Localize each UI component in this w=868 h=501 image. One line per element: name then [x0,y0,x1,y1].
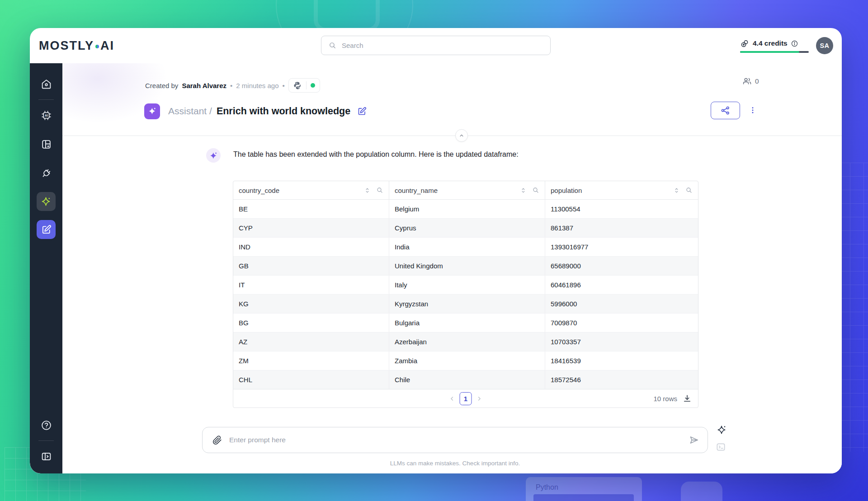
compose-edit-icon [357,107,367,116]
title-row: Assistant / Enrich with world knowledge [144,103,367,119]
column-search-icon[interactable] [685,187,693,194]
author-name: Sarah Alvarez [182,82,226,89]
table-cell: Belgium [389,200,545,218]
global-search [321,36,551,55]
table-cell: Zambia [389,351,545,370]
sidebar-item-home[interactable] [37,75,56,93]
table-footer: 1 10 rows [233,389,698,407]
coins-icon [740,39,750,48]
sidebar-item-datasets[interactable] [37,135,56,153]
next-page-button[interactable] [475,394,484,403]
search-icon [329,42,336,49]
plug-icon [41,168,52,179]
table-cell: 18416539 [545,351,698,370]
pill-divider [306,81,307,89]
header-divider [62,136,842,136]
llm-disclaimer: LLMs can make mistakes. Check important … [202,460,708,467]
table-cell: Azerbaijan [389,332,545,351]
sidebar-divider [38,99,54,100]
table-cell: ZM [233,351,389,370]
table-cell: CYP [233,219,389,237]
column-search-icon[interactable] [532,187,539,194]
table-cell: Kyrgyzstan [389,295,545,313]
paperclip-icon [212,435,222,445]
table-cell: 10703357 [545,332,698,351]
rows-info: 10 rows [653,394,692,403]
sidebar-item-help[interactable] [37,416,56,434]
table-cell: Cyprus [389,219,545,237]
column-header-country-code: country_code [233,181,389,199]
dataframe-table: country_code country_name population [233,181,698,408]
collaborators-counter[interactable]: 0 [743,77,759,86]
breadcrumb[interactable]: Assistant / [168,106,212,117]
runtime-status-pill[interactable] [288,78,320,93]
assistant-sparkle-icon [209,151,218,160]
table-cell: KG [233,295,389,313]
assistant-avatar [144,103,160,119]
table-cell: Italy [389,276,545,294]
more-options-button[interactable] [746,103,760,117]
table-cell: 7009870 [545,314,698,332]
magic-prompt-button[interactable] [717,425,727,436]
send-icon [689,435,699,445]
mostly-ai-logo[interactable]: MOSTLYAI [39,39,114,53]
prompt-input[interactable] [228,435,689,445]
table-body: BEBelgium11300554CYPCyprus861387INDIndia… [233,200,698,389]
logo-dot-icon [95,45,99,48]
background-robot-decoration [314,0,380,32]
table-row: ITItaly60461896 [233,275,698,294]
column-search-icon[interactable] [376,187,383,194]
terminal-button[interactable] [716,442,726,454]
prompt-bar [202,427,708,453]
help-icon [41,420,52,431]
pagination: 1 [448,392,484,405]
credits-widget[interactable]: 4.4 credits [740,39,809,53]
assistant-sparkle-icon [147,106,157,116]
sparkle-icon [41,196,52,207]
share-icon [721,106,730,115]
document-content: Created by Sarah Alvarez • 2 minutes ago… [62,63,842,473]
share-button[interactable] [711,102,740,119]
current-page-button[interactable]: 1 [460,392,472,405]
user-avatar[interactable]: SA [816,37,833,54]
send-prompt-button[interactable] [689,435,699,445]
collapse-header-button[interactable] [455,129,468,142]
table-cell: United Kingdom [389,257,545,275]
column-header-population: population [545,181,698,199]
table-row: GBUnited Kingdom65689000 [233,256,698,275]
runtime-online-dot [311,83,315,88]
sidebar: AI [30,63,62,473]
sidebar-collapse-toggle[interactable] [37,447,56,465]
table-cell: 1393016977 [545,238,698,256]
credits-label: 4.4 credits [753,39,788,47]
sidebar-item-editor-active[interactable] [37,220,56,239]
desktop-background: Python MOSTLYAI 4.4 credits [0,0,868,501]
column-header-country-name: country_name [389,181,545,199]
terminal-icon [716,442,726,452]
credits-progress-fill [740,51,799,53]
table-cell: Bulgaria [389,314,545,332]
logo-text-suffix: AI [100,39,114,53]
search-input[interactable] [341,41,550,50]
table-row: INDIndia1393016977 [233,237,698,256]
sidebar-item-generators[interactable]: AI [37,106,56,124]
sort-icon[interactable] [520,187,527,194]
table-row: AZAzerbaijan10703357 [233,332,698,351]
download-table-button[interactable] [683,394,692,403]
dataset-grid-icon [41,139,52,150]
sort-icon[interactable] [364,187,371,194]
bg-python-panel-bar [533,494,634,501]
python-icon [293,81,302,90]
page-title: Enrich with world knowledge [217,106,350,117]
rename-title-button[interactable] [357,107,367,116]
created-by-row: Created by Sarah Alvarez • 2 minutes ago… [145,79,320,92]
prev-page-button[interactable] [448,394,457,403]
sidebar-item-connectors[interactable] [37,164,56,182]
info-icon[interactable] [791,40,798,47]
sidebar-item-assistant[interactable] [37,192,56,211]
sort-icon[interactable] [673,187,680,194]
table-cell: AZ [233,332,389,351]
download-icon [683,394,692,403]
attach-file-button[interactable] [212,435,222,445]
table-cell: 11300554 [545,200,698,218]
